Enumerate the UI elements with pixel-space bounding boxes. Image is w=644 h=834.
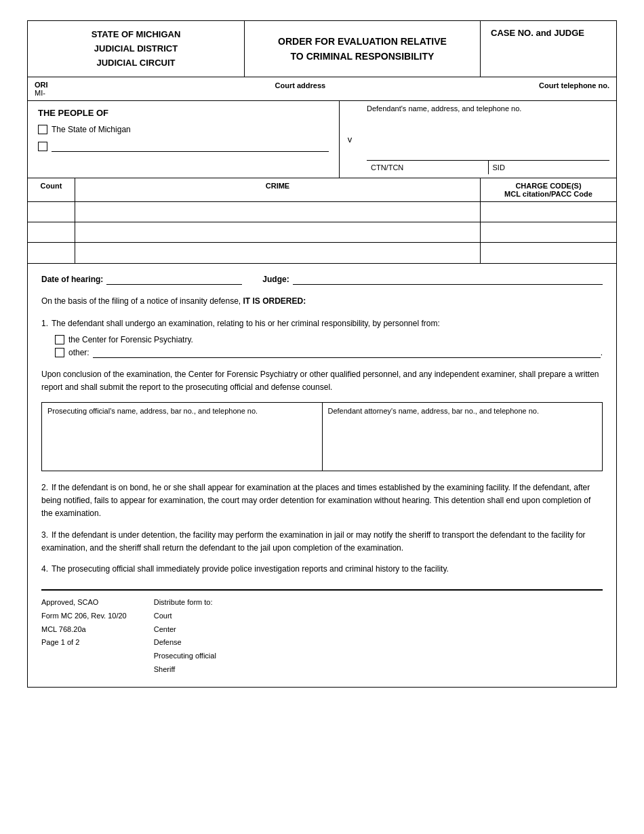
sid-cell: SID [489, 161, 610, 174]
footer: Approved, SCAO Form MC 206, Rev. 10/20 M… [41, 589, 603, 677]
item4: 4.The prosecuting official shall immedia… [41, 563, 603, 576]
vs-right: Defendant's name, address, and telephone… [360, 101, 616, 178]
row1-crime [75, 202, 481, 222]
footer-approved: Approved, SCAO [41, 596, 127, 610]
court-address-label: Court address [275, 81, 326, 90]
footer-form: Form MC 206, Rev. 10/20 [41, 610, 127, 623]
ori-mi: MI- [35, 89, 48, 97]
distribute-prosecuting: Prosecuting official [154, 650, 216, 663]
ordered-bold: IT IS ORDERED: [243, 296, 306, 306]
distribute-label: Distribute form to: [154, 596, 216, 610]
header-state: STATE OF MICHIGAN [92, 29, 181, 39]
other-field[interactable] [93, 347, 601, 358]
item1-title: 1.The defendant shall undergo an examina… [41, 317, 603, 330]
distribute-court: Court [154, 610, 216, 623]
row2-count [28, 222, 75, 242]
ctn-row: CTN/TCN SID [367, 160, 609, 174]
row3-count [28, 243, 75, 263]
row3-code [481, 243, 616, 263]
item2-text: If the defendant is on bond, he or she s… [41, 483, 590, 518]
two-col-boxes: Prosecuting official's name, address, ba… [41, 402, 603, 471]
distribute-defense: Defense [154, 636, 216, 650]
judge-section: Judge: [262, 274, 603, 285]
other-checkbox[interactable] [55, 348, 64, 357]
judge-field[interactable] [293, 274, 603, 285]
count-header: Count [28, 178, 75, 201]
paragraph1: Upon conclusion of the examination, the … [41, 368, 603, 394]
court-tel-label: Court telephone no. [539, 81, 609, 90]
date-field[interactable] [106, 274, 242, 285]
ori-section: ORI MI- [35, 81, 48, 97]
crime-header: CRIME [75, 178, 481, 201]
item2: 2.If the defendant is on bond, he or she… [41, 481, 603, 521]
court-address-section: Court address [62, 81, 540, 90]
date-judge-row: Date of hearing: Judge: [41, 274, 603, 285]
vs-section: THE PEOPLE OF The State of Michigan v De… [28, 101, 616, 178]
code-header-line1: CHARGE CODE(S) [486, 182, 611, 190]
ordered-text: On the basis of the filing of a notice o… [41, 295, 603, 307]
footer-left: Approved, SCAO Form MC 206, Rev. 10/20 M… [41, 596, 127, 677]
item3-num: 3. [41, 530, 48, 540]
item2-num: 2. [41, 483, 48, 492]
other-party-row [38, 141, 329, 152]
body-content: Date of hearing: Judge: On the basis of … [28, 264, 616, 686]
header-right: CASE NO. and JUDGE [481, 21, 616, 77]
date-label: Date of hearing: [41, 275, 103, 284]
ordered-prefix: On the basis of the filing of a notice o… [41, 296, 243, 306]
item3: 3.If the defendant is under detention, t… [41, 529, 603, 555]
header-judicial-district: JUDICIAL DISTRICT [94, 43, 178, 54]
header-judicial-circuit: JUDICIAL CIRCUIT [96, 58, 175, 68]
ori-row: ORI MI- Court address Court telephone no… [28, 77, 616, 101]
code-header: CHARGE CODE(S) MCL citation/PACC Code [481, 178, 616, 201]
charge-table: Count CRIME CHARGE CODE(S) MCL citation/… [28, 178, 616, 264]
charge-row-3 [28, 243, 616, 263]
distribute-center: Center [154, 623, 216, 637]
header-row: STATE OF MICHIGAN JUDICIAL DISTRICT JUDI… [28, 21, 616, 77]
center-forensic-row: the Center for Forensic Psychiatry. [55, 335, 603, 344]
charge-row-2 [28, 222, 616, 243]
other-label: other: [68, 348, 89, 357]
center-forensic-checkbox[interactable] [55, 335, 64, 344]
date-section: Date of hearing: [41, 274, 242, 285]
defendant-label: Defendant's name, address, and telephone… [367, 104, 609, 113]
v-label: v [340, 101, 360, 178]
other-party-underline [52, 141, 329, 152]
period: . [601, 348, 603, 357]
court-tel-section: Court telephone no. [539, 81, 609, 90]
center-forensic-label: the Center for Forensic Psychiatry. [68, 335, 193, 344]
vs-left: THE PEOPLE OF The State of Michigan [28, 101, 340, 178]
footer-page: Page 1 of 2 [41, 636, 127, 650]
row2-code [481, 222, 616, 242]
code-header-line2: MCL citation/PACC Code [486, 190, 611, 198]
other-line: other: . [55, 347, 603, 358]
item1-num: 1. [41, 319, 48, 328]
footer-right: Distribute form to: Court Center Defense… [154, 596, 216, 677]
header-left: STATE OF MICHIGAN JUDICIAL DISTRICT JUDI… [28, 21, 245, 77]
header-title-line1: ORDER FOR EVALUATION RELATIVE [278, 34, 447, 49]
judge-label: Judge: [262, 275, 289, 284]
ori-label: ORI [35, 81, 48, 89]
state-of-michigan-checkbox[interactable] [38, 125, 47, 134]
ctn-cell: CTN/TCN [367, 161, 489, 174]
item1-block: 1.The defendant shall undergo an examina… [41, 317, 603, 357]
header-title-line2: TO CRIMINAL RESPONSIBILITY [278, 49, 447, 64]
prosecuting-box: Prosecuting official's name, address, ba… [42, 403, 323, 471]
page-container: STATE OF MICHIGAN JUDICIAL DISTRICT JUDI… [27, 20, 617, 688]
header-middle: ORDER FOR EVALUATION RELATIVE TO CRIMINA… [245, 21, 481, 77]
item3-text: If the defendant is under detention, the… [41, 530, 586, 553]
item4-text: The prosecuting official shall immediate… [52, 564, 449, 574]
row2-crime [75, 222, 481, 242]
row1-count [28, 202, 75, 222]
item4-num: 4. [41, 564, 48, 574]
state-of-michigan-row: The State of Michigan [38, 125, 329, 134]
footer-content: Approved, SCAO Form MC 206, Rev. 10/20 M… [41, 596, 603, 677]
footer-mcl: MCL 768.20a [41, 623, 127, 637]
charge-table-header: Count CRIME CHARGE CODE(S) MCL citation/… [28, 178, 616, 202]
distribute-sheriff: Sheriff [154, 663, 216, 677]
defense-box: Defendant attorney's name, address, bar … [323, 403, 603, 471]
other-party-checkbox[interactable] [38, 142, 47, 151]
state-of-michigan-label: The State of Michigan [52, 125, 131, 134]
case-no-judge-label: CASE NO. and JUDGE [491, 28, 584, 38]
row3-crime [75, 243, 481, 263]
people-of: THE PEOPLE OF [38, 108, 329, 118]
